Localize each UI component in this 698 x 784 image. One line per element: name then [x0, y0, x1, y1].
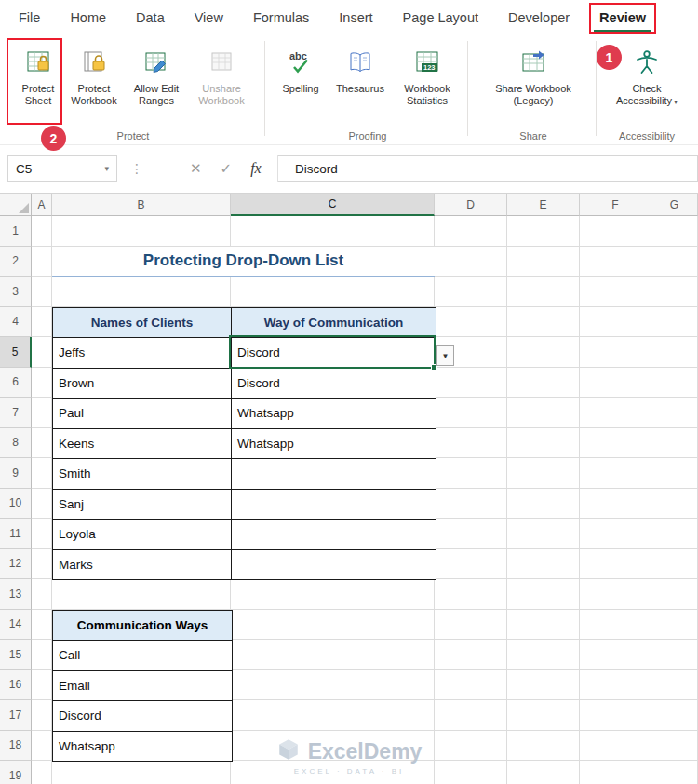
allow-edit-ranges-button[interactable]: Allow Edit Ranges: [124, 45, 189, 107]
grid-cell-A15[interactable]: [32, 640, 52, 670]
grid-cell-G6[interactable]: [651, 368, 698, 399]
grid-cell-B1[interactable]: [52, 216, 231, 247]
grid-cell-G11[interactable]: [651, 519, 698, 549]
grid-cell-G15[interactable]: [651, 640, 698, 670]
grid-cell-G1[interactable]: [651, 216, 698, 247]
grid-cell-G14[interactable]: [651, 610, 698, 641]
grid-cell-D14[interactable]: [435, 610, 507, 641]
protect-workbook-button[interactable]: Protect Workbook: [64, 45, 124, 107]
grid-cell-F17[interactable]: [580, 700, 651, 731]
tab-file[interactable]: File: [19, 0, 40, 35]
grid-cell-E2[interactable]: [507, 247, 580, 277]
grid-cell-C3[interactable]: [231, 277, 435, 307]
insert-function-button[interactable]: fx: [250, 160, 262, 177]
row-header-16[interactable]: 16: [0, 670, 32, 701]
cell-B9[interactable]: Smith: [53, 459, 232, 490]
grid-cell-G10[interactable]: [651, 489, 698, 520]
grid-cell-D4[interactable]: [435, 307, 507, 338]
row-header-15[interactable]: 15: [0, 640, 32, 670]
grid-cell-D17[interactable]: [435, 700, 507, 731]
grid-cell-F1[interactable]: [580, 216, 651, 247]
select-all-button[interactable]: [0, 194, 32, 216]
grid-cell-D7[interactable]: [435, 398, 507, 428]
grid-cell-G3[interactable]: [651, 277, 698, 307]
grid-cell-E5[interactable]: [507, 337, 580, 368]
cell-B17[interactable]: Discord: [53, 701, 233, 732]
thesaurus-button[interactable]: Thesaurus: [327, 45, 394, 95]
confirm-entry-button[interactable]: ✓: [221, 160, 233, 177]
grid-cell-A2[interactable]: [32, 247, 52, 277]
column-header-E[interactable]: E: [507, 194, 580, 216]
row-header-7[interactable]: 7: [0, 398, 32, 428]
grid-cell-G12[interactable]: [651, 549, 698, 580]
data-validation-dropdown-button[interactable]: ▼: [436, 345, 454, 366]
row-header-18[interactable]: 18: [0, 731, 32, 762]
grid-cell-E9[interactable]: [507, 458, 580, 489]
tab-developer[interactable]: Developer: [508, 0, 570, 35]
tab-formulas[interactable]: Formulas: [253, 0, 309, 35]
grid-cell-D6[interactable]: [435, 368, 507, 399]
grid-cell-F3[interactable]: [580, 277, 651, 307]
cell-B16[interactable]: Email: [53, 671, 233, 702]
grid-cell-C17[interactable]: [231, 700, 435, 731]
clients-table-header-names[interactable]: Names of Clients: [53, 308, 232, 339]
grid-cell-A10[interactable]: [32, 489, 52, 520]
grid-cell-F11[interactable]: [580, 519, 651, 549]
grid-cell-G8[interactable]: [651, 428, 698, 459]
grid-cell-G2[interactable]: [651, 247, 698, 277]
grid-cell-A14[interactable]: [32, 610, 52, 641]
cell-B11[interactable]: Loyola: [53, 520, 232, 550]
row-header-8[interactable]: 8: [0, 428, 32, 459]
grid-cell-F15[interactable]: [580, 640, 651, 670]
grid-cell-E12[interactable]: [507, 549, 580, 580]
grid-cell-D2[interactable]: [435, 247, 507, 277]
cell-C8[interactable]: Whatsapp: [232, 429, 436, 460]
formula-input[interactable]: Discord: [278, 155, 698, 182]
row-header-17[interactable]: 17: [0, 700, 32, 731]
column-header-G[interactable]: G: [651, 194, 698, 216]
grid-cell-F8[interactable]: [580, 428, 651, 459]
grid-cell-E11[interactable]: [507, 519, 580, 549]
workbook-statistics-button[interactable]: 123 Workbook Statistics: [394, 45, 461, 107]
grid-cell-F7[interactable]: [580, 398, 651, 428]
row-header-2[interactable]: 2: [0, 247, 32, 277]
grid-cell-A13[interactable]: [32, 579, 52, 610]
grid-cell-E7[interactable]: [507, 398, 580, 428]
grid-cell-G4[interactable]: [651, 307, 698, 338]
row-header-9[interactable]: 9: [0, 458, 32, 489]
tab-review[interactable]: Review: [599, 0, 646, 35]
cell-C7[interactable]: Whatsapp: [232, 399, 436, 429]
ways-table-header[interactable]: Communication Ways: [53, 611, 233, 642]
grid-cell-E6[interactable]: [507, 368, 580, 399]
row-header-13[interactable]: 13: [0, 579, 32, 610]
cell-C12[interactable]: [232, 550, 436, 581]
grid-cell-D8[interactable]: [435, 428, 507, 459]
grid-cell-E10[interactable]: [507, 489, 580, 520]
grid-cell-G7[interactable]: [651, 398, 698, 428]
grid-cell-E13[interactable]: [507, 579, 580, 610]
share-workbook-legacy-button[interactable]: Share Workbook (Legacy): [477, 45, 589, 107]
cell-C9[interactable]: [232, 459, 436, 490]
grid-cell-E17[interactable]: [507, 700, 580, 731]
grid-cell-F16[interactable]: [580, 670, 651, 701]
grid-cell-C16[interactable]: [231, 670, 435, 701]
tab-view[interactable]: View: [195, 0, 223, 35]
grid-cell-E3[interactable]: [507, 277, 580, 307]
grid-cell-C13[interactable]: [231, 579, 435, 610]
row-header-10[interactable]: 10: [0, 489, 32, 520]
grid-cell-A8[interactable]: [32, 428, 52, 459]
grid-cell-G17[interactable]: [651, 700, 698, 731]
grid-cell-A12[interactable]: [32, 549, 52, 580]
grid-cell-D11[interactable]: [435, 519, 507, 549]
name-box[interactable]: C5 ▾: [7, 155, 117, 182]
grid-cell-E16[interactable]: [507, 670, 580, 701]
grid-cell-F14[interactable]: [580, 610, 651, 641]
column-header-A[interactable]: A: [32, 194, 52, 216]
cancel-entry-button[interactable]: ✕: [190, 160, 202, 177]
row-header-11[interactable]: 11: [0, 519, 32, 549]
grid-cell-A1[interactable]: [32, 216, 52, 247]
cell-B10[interactable]: Sanj: [53, 490, 232, 520]
row-header-1[interactable]: 1: [0, 216, 32, 247]
grid-cell-F13[interactable]: [580, 579, 651, 610]
row-header-19[interactable]: 19: [0, 761, 32, 784]
